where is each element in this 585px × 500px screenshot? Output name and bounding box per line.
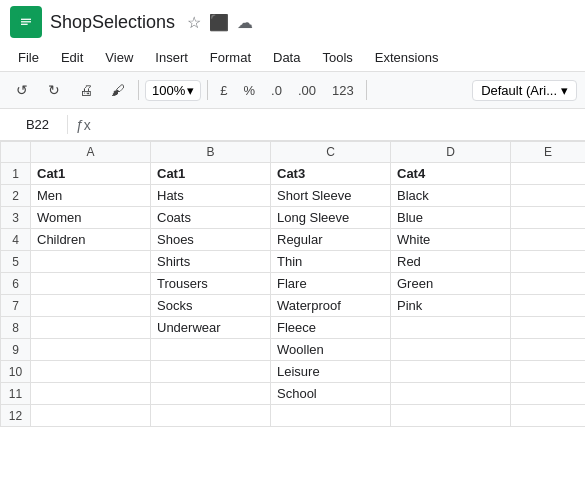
- print-button[interactable]: 🖨: [72, 76, 100, 104]
- cell-a11[interactable]: [31, 383, 151, 405]
- folder-icon[interactable]: ⬛: [209, 13, 229, 32]
- cell-e8[interactable]: [511, 317, 586, 339]
- row-header-4[interactable]: 4: [1, 229, 31, 251]
- cell-d5[interactable]: Red: [391, 251, 511, 273]
- cell-b7[interactable]: Socks: [151, 295, 271, 317]
- col-header-c[interactable]: C: [271, 142, 391, 163]
- cell-c11[interactable]: School: [271, 383, 391, 405]
- cell-c1[interactable]: Cat3: [271, 163, 391, 185]
- col-header-e[interactable]: E: [511, 142, 586, 163]
- row-header-5[interactable]: 5: [1, 251, 31, 273]
- cell-b5[interactable]: Shirts: [151, 251, 271, 273]
- formula-input[interactable]: [99, 117, 577, 132]
- cell-c5[interactable]: Thin: [271, 251, 391, 273]
- menu-insert[interactable]: Insert: [145, 46, 198, 69]
- percent-button[interactable]: %: [237, 81, 261, 100]
- menu-format[interactable]: Format: [200, 46, 261, 69]
- cell-b12[interactable]: [151, 405, 271, 427]
- corner-cell[interactable]: [1, 142, 31, 163]
- cell-d3[interactable]: Blue: [391, 207, 511, 229]
- row-header-3[interactable]: 3: [1, 207, 31, 229]
- cell-d4[interactable]: White: [391, 229, 511, 251]
- cell-a4[interactable]: Children: [31, 229, 151, 251]
- cell-b1[interactable]: Cat1: [151, 163, 271, 185]
- cell-e7[interactable]: [511, 295, 586, 317]
- row-header-12[interactable]: 12: [1, 405, 31, 427]
- cell-c9[interactable]: Woollen: [271, 339, 391, 361]
- row-header-6[interactable]: 6: [1, 273, 31, 295]
- cell-d9[interactable]: [391, 339, 511, 361]
- cell-c4[interactable]: Regular: [271, 229, 391, 251]
- cell-b3[interactable]: Coats: [151, 207, 271, 229]
- cloud-icon[interactable]: ☁: [237, 13, 253, 32]
- cell-b2[interactable]: Hats: [151, 185, 271, 207]
- cell-a3[interactable]: Women: [31, 207, 151, 229]
- col-header-a[interactable]: A: [31, 142, 151, 163]
- cell-d7[interactable]: Pink: [391, 295, 511, 317]
- cell-c12[interactable]: [271, 405, 391, 427]
- cell-e10[interactable]: [511, 361, 586, 383]
- star-icon[interactable]: ☆: [187, 13, 201, 32]
- cell-e11[interactable]: [511, 383, 586, 405]
- cell-d1[interactable]: Cat4: [391, 163, 511, 185]
- cell-c7[interactable]: Waterproof: [271, 295, 391, 317]
- cell-a8[interactable]: [31, 317, 151, 339]
- cell-c2[interactable]: Short Sleeve: [271, 185, 391, 207]
- undo-button[interactable]: ↺: [8, 76, 36, 104]
- cell-d12[interactable]: [391, 405, 511, 427]
- cell-a1[interactable]: Cat1: [31, 163, 151, 185]
- menu-edit[interactable]: Edit: [51, 46, 93, 69]
- col-header-b[interactable]: B: [151, 142, 271, 163]
- decimal-up-button[interactable]: .00: [292, 81, 322, 100]
- font-select[interactable]: Default (Ari... ▾: [472, 80, 577, 101]
- cell-e4[interactable]: [511, 229, 586, 251]
- menu-tools[interactable]: Tools: [312, 46, 362, 69]
- cell-a12[interactable]: [31, 405, 151, 427]
- cell-e6[interactable]: [511, 273, 586, 295]
- cell-e5[interactable]: [511, 251, 586, 273]
- cell-b8[interactable]: Underwear: [151, 317, 271, 339]
- cell-e1[interactable]: [511, 163, 586, 185]
- cell-d6[interactable]: Green: [391, 273, 511, 295]
- pound-button[interactable]: £: [214, 81, 233, 100]
- cell-e12[interactable]: [511, 405, 586, 427]
- cell-b6[interactable]: Trousers: [151, 273, 271, 295]
- format-123-button[interactable]: 123: [326, 81, 360, 100]
- row-header-8[interactable]: 8: [1, 317, 31, 339]
- cell-reference[interactable]: [8, 115, 68, 134]
- cell-a6[interactable]: [31, 273, 151, 295]
- row-header-1[interactable]: 1: [1, 163, 31, 185]
- cell-e9[interactable]: [511, 339, 586, 361]
- cell-d11[interactable]: [391, 383, 511, 405]
- menu-data[interactable]: Data: [263, 46, 310, 69]
- cell-a2[interactable]: Men: [31, 185, 151, 207]
- cell-b4[interactable]: Shoes: [151, 229, 271, 251]
- cell-a7[interactable]: [31, 295, 151, 317]
- cell-b10[interactable]: [151, 361, 271, 383]
- cell-a9[interactable]: [31, 339, 151, 361]
- cell-d2[interactable]: Black: [391, 185, 511, 207]
- cell-c8[interactable]: Fleece: [271, 317, 391, 339]
- cell-e2[interactable]: [511, 185, 586, 207]
- col-header-d[interactable]: D: [391, 142, 511, 163]
- row-header-10[interactable]: 10: [1, 361, 31, 383]
- cell-c6[interactable]: Flare: [271, 273, 391, 295]
- row-header-2[interactable]: 2: [1, 185, 31, 207]
- cell-c10[interactable]: Leisure: [271, 361, 391, 383]
- cell-a10[interactable]: [31, 361, 151, 383]
- cell-a5[interactable]: [31, 251, 151, 273]
- cell-e3[interactable]: [511, 207, 586, 229]
- paint-format-button[interactable]: 🖌: [104, 76, 132, 104]
- zoom-select[interactable]: 100% ▾: [145, 80, 201, 101]
- redo-button[interactable]: ↻: [40, 76, 68, 104]
- cell-d10[interactable]: [391, 361, 511, 383]
- menu-extensions[interactable]: Extensions: [365, 46, 449, 69]
- cell-c3[interactable]: Long Sleeve: [271, 207, 391, 229]
- row-header-7[interactable]: 7: [1, 295, 31, 317]
- cell-d8[interactable]: [391, 317, 511, 339]
- menu-view[interactable]: View: [95, 46, 143, 69]
- decimal-down-button[interactable]: .0: [265, 81, 288, 100]
- cell-b9[interactable]: [151, 339, 271, 361]
- row-header-11[interactable]: 11: [1, 383, 31, 405]
- cell-b11[interactable]: [151, 383, 271, 405]
